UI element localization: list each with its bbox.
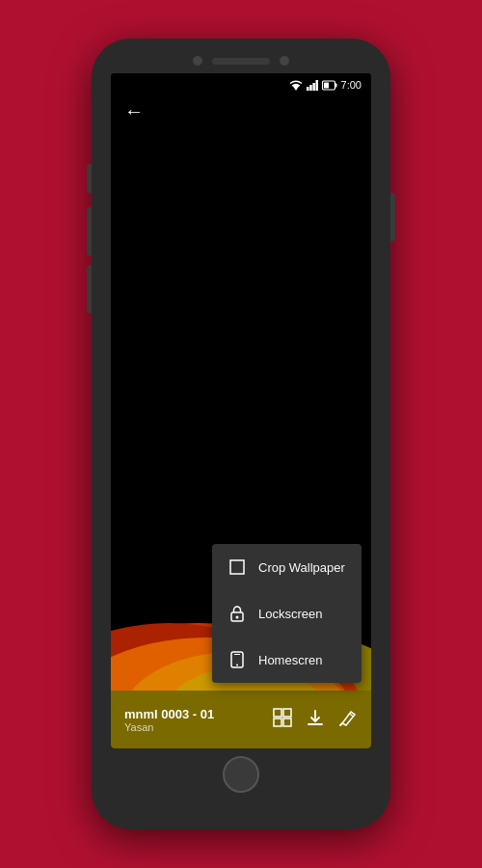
- svg-point-18: [236, 665, 238, 666]
- back-button[interactable]: ←: [124, 100, 144, 122]
- context-menu: Crop Wallpaper Lockscreen: [212, 544, 362, 683]
- camera-dot-2: [280, 56, 289, 66]
- phone-bottom-bar: [92, 756, 390, 793]
- svg-rect-2: [309, 85, 312, 91]
- svg-rect-23: [283, 719, 291, 726]
- phone-icon: [228, 650, 247, 669]
- wallpaper-title: mnml 0003 - 01: [124, 707, 214, 721]
- download-action-button[interactable]: [306, 708, 325, 732]
- grid-action-button[interactable]: [273, 708, 292, 732]
- volume-down-button: [87, 207, 92, 256]
- svg-rect-3: [312, 83, 315, 91]
- svg-rect-14: [230, 560, 244, 574]
- extra-button: [87, 265, 92, 313]
- wallpaper-author: Yasan: [124, 721, 214, 733]
- power-button: [390, 193, 395, 241]
- signal-icon: [307, 80, 318, 91]
- svg-rect-21: [283, 709, 291, 717]
- lock-icon: [228, 604, 247, 623]
- crop-wallpaper-item[interactable]: Crop Wallpaper: [212, 544, 362, 590]
- crop-wallpaper-label: Crop Wallpaper: [258, 560, 345, 575]
- lockscreen-item[interactable]: Lockscreen: [212, 590, 362, 637]
- phone-screen: 7:00 ←: [111, 73, 371, 748]
- status-icons: 7:00: [289, 79, 362, 91]
- wallpaper-info: mnml 0003 - 01 Yasan: [124, 707, 214, 733]
- home-button[interactable]: [223, 756, 259, 793]
- paint-action-button[interactable]: [338, 708, 358, 732]
- battery-icon: [322, 80, 337, 91]
- wifi-icon: [289, 80, 303, 91]
- crop-icon: [228, 557, 247, 577]
- time-display: 7:00: [341, 79, 362, 91]
- speaker-bar: [212, 58, 270, 65]
- svg-line-25: [340, 723, 342, 725]
- svg-rect-1: [307, 87, 309, 91]
- svg-rect-20: [274, 709, 281, 717]
- camera-dot: [193, 56, 202, 66]
- bottom-bar: mnml 0003 - 01 Yasan: [111, 691, 371, 748]
- svg-rect-7: [324, 82, 329, 88]
- status-bar: 7:00: [111, 73, 371, 96]
- homescreen-item[interactable]: Homescren: [212, 637, 362, 683]
- phone-device: 7:00 ←: [92, 39, 390, 829]
- svg-rect-22: [274, 719, 281, 726]
- svg-rect-4: [315, 80, 318, 91]
- bottom-actions: [273, 708, 358, 732]
- svg-point-16: [236, 616, 239, 619]
- phone-top-bar: [92, 56, 390, 66]
- volume-up-button: [87, 164, 92, 193]
- homescreen-label: Homescren: [258, 653, 322, 667]
- svg-rect-6: [335, 83, 336, 87]
- lockscreen-label: Lockscreen: [258, 607, 322, 621]
